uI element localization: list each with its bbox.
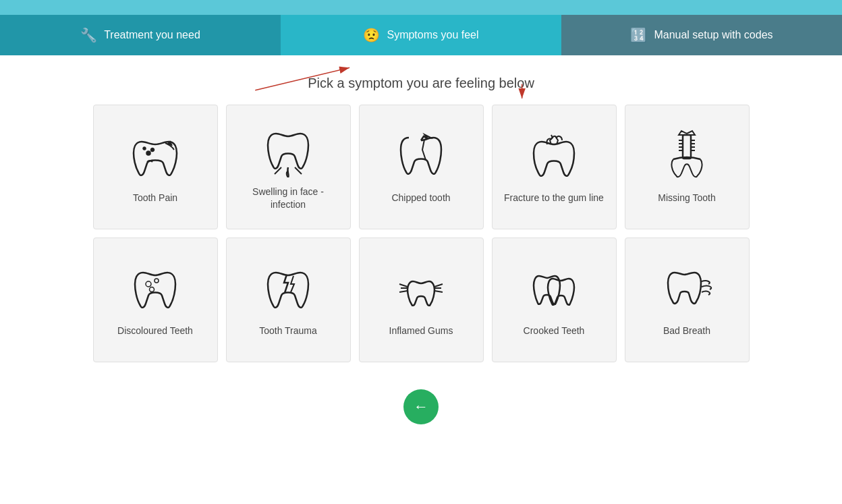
fracture-label: Fracture to the gum line: [504, 192, 604, 204]
svg-line-22: [399, 284, 408, 287]
symptom-card-trauma[interactable]: Tooth Trauma: [226, 237, 351, 362]
tab-treatment-label: Treatment you need: [104, 29, 200, 41]
numbers-icon: 🔢: [630, 27, 647, 43]
tab-manual[interactable]: 🔢 Manual setup with codes: [561, 15, 842, 55]
tab-treatment[interactable]: 🔧 Treatment you need: [0, 15, 281, 55]
inflamed-label: Inflamed Gums: [389, 325, 453, 337]
tab-symptoms-label: Symptoms you feel: [387, 29, 478, 41]
svg-line-24: [434, 284, 443, 287]
symptom-card-bad-breath[interactable]: Bad Breath: [625, 237, 750, 362]
svg-point-5: [151, 148, 154, 151]
svg-point-20: [150, 287, 155, 292]
trauma-label: Tooth Trauma: [259, 325, 317, 337]
symptom-card-tooth-pain[interactable]: Tooth Pain: [93, 105, 218, 229]
symptom-card-discoloured[interactable]: Discoloured Teeth: [93, 237, 218, 362]
swelling-label: Swelling in face - infection: [237, 186, 340, 210]
fracture-icon: [527, 130, 581, 184]
symptom-card-swelling[interactable]: Swelling in face - infection: [226, 105, 351, 229]
svg-point-18: [146, 281, 151, 287]
svg-rect-9: [683, 135, 691, 159]
back-button-area: ←: [0, 376, 842, 445]
symptom-row-1: Tooth Pain Swelling in face - infection: [93, 105, 750, 229]
instruction-text: Pick a symptom you are feeling below: [308, 76, 534, 90]
svg-point-19: [155, 279, 159, 283]
nav-tabs: 🔧 Treatment you need 😟 Symptoms you feel…: [0, 15, 842, 55]
svg-line-26: [434, 291, 443, 292]
tooth-trauma-icon: [261, 262, 315, 316]
crooked-teeth-icon: [527, 262, 581, 316]
chipped-label: Chipped tooth: [391, 192, 450, 204]
symptom-row-2: Discoloured Teeth Tooth Trauma: [93, 237, 750, 362]
bad-breath-icon: [660, 262, 714, 316]
missing-label: Missing Tooth: [658, 192, 715, 204]
svg-line-25: [399, 291, 408, 292]
discoloured-label: Discoloured Teeth: [117, 325, 193, 337]
symptom-card-crooked[interactable]: Crooked Teeth: [492, 237, 617, 362]
symptom-card-fracture[interactable]: Fracture to the gum line: [492, 105, 617, 229]
tab-symptoms[interactable]: 😟 Symptoms you feel: [281, 15, 561, 55]
sad-face-icon: 😟: [363, 27, 380, 43]
discoloured-icon: [128, 262, 182, 316]
bad-breath-label: Bad Breath: [663, 325, 710, 337]
symptom-card-missing[interactable]: Missing Tooth: [625, 105, 750, 229]
instruction-area: Pick a symptom you are feeling below: [0, 55, 842, 105]
tooth-pain-label: Tooth Pain: [133, 192, 177, 204]
swelling-icon: [261, 123, 315, 177]
wrench-icon: 🔧: [80, 27, 97, 43]
top-bar: [0, 0, 842, 15]
back-arrow-icon: ←: [414, 398, 428, 416]
back-button[interactable]: ←: [403, 389, 439, 424]
symptom-card-inflamed[interactable]: Inflamed Gums: [359, 237, 484, 362]
symptom-card-chipped[interactable]: Chipped tooth: [359, 105, 484, 229]
tab-manual-label: Manual setup with codes: [654, 29, 773, 41]
symptom-grid: Tooth Pain Swelling in face - infection: [0, 105, 842, 376]
svg-point-4: [147, 152, 150, 155]
tooth-pain-icon: [128, 130, 182, 184]
chipped-tooth-icon: [394, 130, 448, 184]
crooked-label: Crooked Teeth: [524, 325, 585, 337]
inflamed-gums-icon: [394, 262, 448, 316]
svg-point-6: [144, 148, 146, 150]
missing-tooth-icon: [660, 130, 714, 184]
